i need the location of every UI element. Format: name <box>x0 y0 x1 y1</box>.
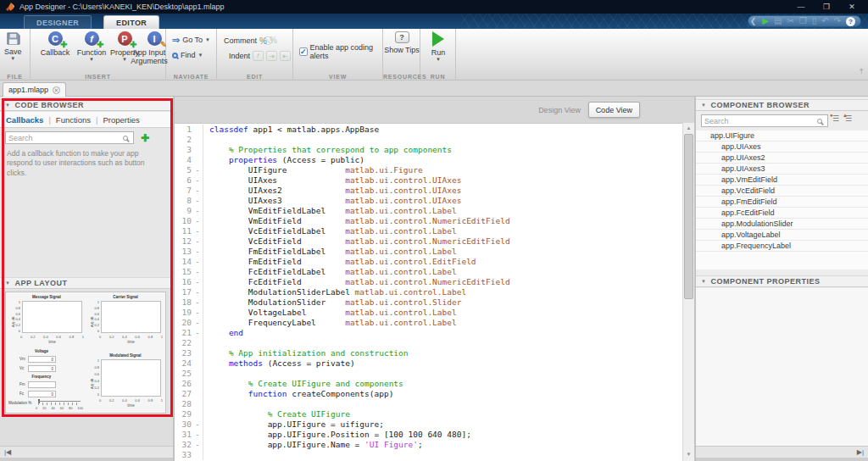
add-callback-button[interactable]: ✚ <box>138 131 152 145</box>
component-search-input[interactable] <box>702 117 817 125</box>
show-tips-button[interactable]: ? Show Tips <box>383 31 420 54</box>
chevron-left-icon[interactable]: ❮ <box>750 17 757 25</box>
code-view-button[interactable]: Code View <box>588 102 640 118</box>
code-line[interactable]: 14- FmEditField matlab.ui.control.EditFi… <box>175 257 682 267</box>
save-button[interactable]: Save ▼ <box>4 31 22 61</box>
sort-components-icon[interactable]: ▲☰ <box>845 114 852 123</box>
enable-app-coding-alerts-checkbox[interactable]: ✓ Enable app coding alerts <box>299 43 382 60</box>
code-line[interactable]: 26 % Create UIFigure and components <box>175 379 682 389</box>
code-line[interactable]: 28 <box>175 399 682 409</box>
component-tree-item[interactable]: app.UIAxes <box>696 142 868 153</box>
component-tree-item[interactable]: app.ModulationSlider <box>696 219 868 230</box>
code-line[interactable]: 31- app.UIFigure.Position = [100 100 640… <box>175 430 682 440</box>
scrollbar-thumb[interactable] <box>684 134 693 299</box>
code-line[interactable]: 1classdef app1 < matlab.apps.AppBase <box>175 125 682 135</box>
component-tree-item[interactable]: app.VoltageLabel <box>696 230 868 241</box>
document-tab[interactable]: app1.mlapp ✕ <box>3 82 66 97</box>
collapse-panel-left-icon[interactable]: |◀ <box>4 448 11 456</box>
indent-right-icon[interactable]: ⇥ <box>266 51 277 61</box>
tab-editor[interactable]: EDITOR <box>103 15 159 29</box>
code-line[interactable]: 22 <box>175 338 682 348</box>
code-line[interactable]: 6- UIAxes matlab.ui.control.UIAxes <box>175 175 682 186</box>
code-line[interactable]: 9- VmEditFieldLabel matlab.ui.control.La… <box>175 206 682 216</box>
function-button[interactable]: f✚ Function ▼ <box>75 31 108 62</box>
code-line[interactable]: 21- end <box>175 328 682 338</box>
design-view-button[interactable]: Design View <box>531 103 587 117</box>
go-to-button[interactable]: ⇒ Go To ▼ <box>172 36 210 44</box>
code-line[interactable]: 2 <box>175 135 682 145</box>
code-line[interactable]: 10- VmEditField matlab.ui.control.Numeri… <box>175 216 682 226</box>
code-line[interactable]: 11- VcEditFieldLabel matlab.ui.control.L… <box>175 226 682 236</box>
code-line[interactable]: 15- FcEditFieldLabel matlab.ui.control.L… <box>175 267 682 277</box>
smart-indent-icon[interactable]: 𝑓 <box>253 51 264 61</box>
collapse-triangle-icon[interactable]: ▼ <box>5 280 10 286</box>
component-tree-item[interactable]: app.FmEditField <box>696 197 868 208</box>
code-line[interactable]: 20- FrequencyLabel matlab.ui.control.Lab… <box>175 318 682 328</box>
code-line[interactable]: 4 properties (Access = public) <box>175 155 682 165</box>
code-line[interactable]: 29 % Create UIFigure <box>175 409 682 419</box>
collapse-triangle-icon[interactable]: ▼ <box>701 103 706 108</box>
component-tree-item[interactable]: app.VcEditField <box>696 186 868 197</box>
tab-properties[interactable]: Properties <box>103 115 140 125</box>
maximize-icon[interactable]: ❐ <box>814 0 839 14</box>
code-line[interactable]: 8- UIAxes3 matlab.ui.control.UIAxes <box>175 196 682 206</box>
uncomment-icon[interactable]: ⃠% <box>270 36 277 46</box>
scroll-down-icon[interactable]: ▼ <box>683 449 694 459</box>
copy-icon[interactable]: ❐ <box>799 17 807 25</box>
code-line[interactable]: 7- UIAxes2 matlab.ui.control.UIAxes <box>175 186 682 196</box>
help-icon[interactable]: ? <box>846 17 855 26</box>
save-icon[interactable]: ▤ <box>774 17 782 25</box>
code-line[interactable]: 24 methods (Access = private) <box>175 358 682 369</box>
code-line[interactable]: 27 function createComponents(app) <box>175 389 682 399</box>
callback-button[interactable]: C✚ Callback <box>37 31 73 57</box>
code-line[interactable]: 16- FcEditField matlab.ui.control.Numeri… <box>175 277 682 287</box>
redo-icon[interactable]: ↷ <box>834 17 841 25</box>
component-properties-header[interactable]: ▼ COMPONENT PROPERTIES <box>696 275 868 287</box>
collapse-ribbon-icon[interactable]: ⤒ <box>860 68 863 76</box>
collapse-triangle-icon[interactable]: ▼ <box>5 103 10 108</box>
code-line[interactable]: 23 % App initialization and construction <box>175 348 682 358</box>
component-tree-item[interactable]: app.UIAxes2 <box>696 153 868 164</box>
collapse-triangle-icon[interactable]: ▼ <box>701 279 706 284</box>
comment-percent-icon[interactable]: % <box>259 36 267 46</box>
tab-designer[interactable]: DESIGNER <box>24 15 92 29</box>
code-line[interactable]: 33 <box>175 450 682 460</box>
app-layout-preview[interactable]: Message Signal A(t) dB 10.80.60.40.20 00… <box>5 292 166 414</box>
indent-left-icon[interactable]: ⇤ <box>280 51 291 61</box>
run-icon[interactable]: ▶ <box>762 17 769 25</box>
component-tree-item[interactable]: app.FrequencyLabel <box>696 241 868 252</box>
component-tree-item[interactable]: app.UIFigure <box>696 131 868 142</box>
app-layout-header[interactable]: ▼ APP LAYOUT <box>0 277 173 289</box>
code-line[interactable]: 12- VcEditField matlab.ui.control.Numeri… <box>175 236 682 247</box>
code-line[interactable]: 25 <box>175 369 682 379</box>
component-tree-item[interactable]: app.FcEditField <box>696 208 868 219</box>
find-button[interactable]: Find ▼ <box>172 51 203 59</box>
group-components-icon[interactable]: ●☰ <box>832 114 839 123</box>
code-line[interactable]: 5- UIFigure matlab.ui.Figure <box>175 165 682 175</box>
component-browser-header[interactable]: ▼ COMPONENT BROWSER <box>696 99 868 111</box>
code-line[interactable]: 18- ModulationSlider matlab.ui.control.S… <box>175 297 682 308</box>
run-button[interactable]: Run ▼ <box>426 31 450 62</box>
close-icon[interactable]: ✕ <box>839 0 865 14</box>
undo-icon[interactable]: ↶ <box>821 17 828 25</box>
code-line[interactable]: 17- ModulationSliderLabel matlab.ui.cont… <box>175 287 682 297</box>
tab-functions[interactable]: Functions <box>56 115 91 125</box>
code-line[interactable]: 13- FmEditFieldLabel matlab.ui.control.L… <box>175 247 682 257</box>
app-input-arguments-button[interactable]: I✎ App Input Arguments <box>143 31 165 65</box>
tab-close-icon[interactable]: ✕ <box>53 86 60 94</box>
component-tree-item[interactable]: app.VmEditField <box>696 175 868 186</box>
code-line[interactable]: 3 % Properties that correspond to app co… <box>175 145 682 155</box>
minimize-icon[interactable]: — <box>788 0 814 14</box>
code-line[interactable]: 30- app.UIFigure = uifigure; <box>175 419 682 430</box>
cut-icon[interactable]: ✂ <box>787 17 793 25</box>
code-browser-header[interactable]: ▼ CODE BROWSER <box>0 99 173 111</box>
collapse-panel-right-icon[interactable]: ▶| <box>857 448 864 456</box>
code-area[interactable]: 1classdef app1 < matlab.apps.AppBase23 %… <box>175 123 682 461</box>
component-tree-item[interactable]: app.UIAxes3 <box>696 164 868 175</box>
paste-icon[interactable]: ▯ <box>812 17 817 25</box>
tab-callbacks[interactable]: Callbacks <box>6 115 43 125</box>
code-line[interactable]: 32- app.UIFigure.Name = 'UI Figure'; <box>175 440 682 450</box>
editor-scrollbar[interactable]: ▲ ▼ <box>682 123 694 461</box>
scroll-up-icon[interactable]: ▲ <box>683 123 694 133</box>
search-input[interactable] <box>6 134 123 142</box>
